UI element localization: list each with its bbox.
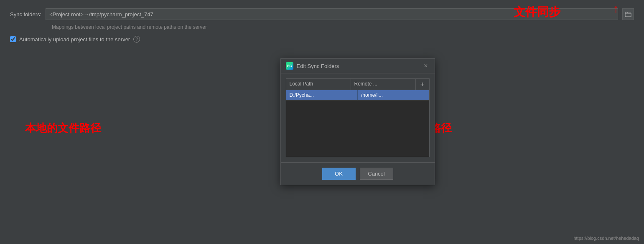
help-icon[interactable]: ? bbox=[133, 36, 140, 43]
table-empty-area bbox=[286, 101, 429, 151]
sync-folders-table: Local Path Remote ... + D:/Pycha... /hom… bbox=[286, 78, 430, 157]
dialog-title: Edit Sync Folders bbox=[297, 63, 339, 69]
auto-upload-row: Automatically upload project files to th… bbox=[10, 36, 634, 43]
dialog-buttons: OK Cancel bbox=[281, 162, 435, 185]
mappings-hint: Mappings between local project paths and… bbox=[52, 24, 634, 30]
remote-path-cell: /home/li... bbox=[358, 90, 429, 100]
folder-icon bbox=[625, 11, 631, 17]
auto-upload-label: Automatically upload project files to th… bbox=[19, 36, 130, 43]
local-path-cell: D:/Pycha... bbox=[286, 90, 358, 100]
dialog-close-button[interactable]: × bbox=[422, 63, 429, 69]
add-mapping-button[interactable]: + bbox=[420, 81, 424, 88]
ok-button[interactable]: OK bbox=[322, 168, 356, 180]
table-row[interactable]: D:/Pycha... /home/li... bbox=[286, 90, 429, 101]
table-header: Local Path Remote ... + bbox=[286, 79, 429, 90]
auto-upload-checkbox[interactable] bbox=[10, 36, 16, 42]
pycharm-icon: PC bbox=[286, 62, 293, 70]
watermark: https://blog.csdn.net/hehedadaq bbox=[573, 236, 639, 241]
annotation-bendi: 本地的文件路径 bbox=[25, 121, 101, 136]
folder-browse-button[interactable] bbox=[622, 8, 634, 20]
col-local-path: Local Path bbox=[286, 79, 351, 90]
main-panel: Sync folders: Mappings between local pro… bbox=[0, 0, 644, 244]
edit-sync-folders-dialog: PC Edit Sync Folders × Local Path Remote… bbox=[280, 58, 435, 185]
dialog-content: Local Path Remote ... + D:/Pycha... /hom… bbox=[281, 73, 435, 162]
annotation-arrow-up: ↑ bbox=[613, 2, 619, 15]
sync-folders-label: Sync folders: bbox=[10, 11, 41, 18]
cancel-button[interactable]: Cancel bbox=[360, 168, 393, 180]
annotation-wenjian: 文件同步 bbox=[514, 4, 560, 20]
col-remote-path: Remote ... bbox=[351, 79, 416, 90]
dialog-titlebar: PC Edit Sync Folders × bbox=[281, 59, 435, 73]
table-body: D:/Pycha... /home/li... bbox=[286, 90, 429, 157]
